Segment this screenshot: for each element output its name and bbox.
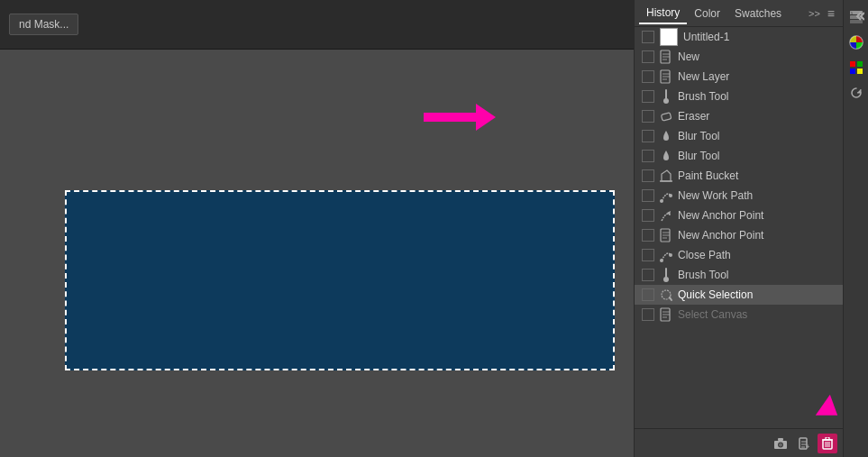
svg-rect-49 — [850, 61, 855, 67]
history-item-checkbox[interactable] — [642, 229, 654, 242]
history-item-checkbox[interactable] — [642, 189, 654, 202]
history-item[interactable]: Brush Tool — [635, 265, 843, 285]
history-item-label: Select Canvas — [678, 308, 836, 321]
history-item[interactable]: Blur Tool — [635, 146, 843, 166]
trash-arrow-annotation — [821, 398, 839, 423]
history-item-checkbox[interactable] — [642, 110, 654, 123]
svg-point-12 — [660, 199, 663, 203]
tab-color[interactable]: Color — [687, 4, 727, 23]
canvas-area — [0, 50, 670, 457]
tabs-more-button[interactable]: >> — [805, 8, 824, 19]
history-item[interactable]: Select Canvas — [635, 305, 843, 324]
history-item-label: New Anchor Point — [678, 229, 836, 242]
history-item[interactable]: Paint Bucket — [635, 166, 843, 186]
history-item[interactable]: Blur Tool — [635, 126, 843, 146]
svg-text:+: + — [806, 443, 809, 450]
history-item-checkbox[interactable] — [642, 31, 654, 43]
history-item-label: Untitled-1 — [683, 31, 836, 43]
history-item-checkbox[interactable] — [642, 249, 654, 261]
svg-point-9 — [663, 98, 669, 104]
history-item-checkbox[interactable] — [642, 308, 654, 321]
svg-rect-51 — [850, 69, 855, 74]
history-item-label: Brush Tool — [678, 269, 836, 281]
history-item-label: Blur Tool — [678, 130, 836, 142]
history-item-checkbox[interactable] — [642, 269, 654, 281]
history-item-label: Quick Selection — [678, 288, 836, 301]
svg-point-19 — [660, 259, 663, 262]
collapse-panel-button[interactable] — [850, 7, 868, 25]
history-item-label: New Layer — [678, 70, 836, 83]
history-item-checkbox[interactable] — [642, 288, 654, 301]
svg-point-20 — [669, 253, 672, 257]
history-item-checkbox[interactable] — [642, 150, 654, 162]
svg-rect-40 — [826, 437, 829, 440]
history-item-checkbox[interactable] — [642, 209, 654, 222]
history-item[interactable]: New Anchor Point — [635, 206, 843, 225]
history-item[interactable]: New Work Path — [635, 186, 843, 206]
panel-main: History Color Swatches >> ≡ Untitled-1Ne… — [634, 0, 843, 457]
history-item-label: Blur Tool — [678, 150, 836, 162]
rotate-icon[interactable] — [846, 83, 866, 103]
right-panel: History Color Swatches >> ≡ Untitled-1Ne… — [634, 0, 868, 457]
panel-tabs: History Color Swatches >> ≡ — [635, 0, 843, 27]
history-item-checkbox[interactable] — [642, 50, 654, 63]
color-wheel-icon[interactable] — [846, 32, 866, 52]
panel-menu-button[interactable]: ≡ — [824, 6, 838, 21]
history-item[interactable]: New Anchor Point — [635, 225, 843, 245]
svg-rect-52 — [857, 69, 863, 74]
history-item[interactable]: New Layer — [635, 67, 843, 87]
history-item-label: Close Path — [678, 249, 836, 261]
history-item-checkbox[interactable] — [642, 169, 654, 182]
new-state-button[interactable]: + — [794, 434, 814, 453]
svg-rect-50 — [857, 61, 863, 67]
delete-state-button[interactable] — [818, 434, 837, 453]
svg-point-31 — [779, 443, 782, 446]
svg-line-24 — [670, 297, 672, 300]
history-item-label: New Work Path — [678, 189, 836, 202]
svg-point-13 — [669, 194, 672, 197]
history-item-label: New — [678, 50, 836, 63]
history-item-checkbox[interactable] — [642, 70, 654, 83]
arrow-annotation — [424, 104, 496, 133]
history-item-checkbox[interactable] — [642, 130, 654, 142]
history-item-label: New Anchor Point — [678, 209, 836, 222]
panel-bottom: + — [635, 428, 843, 457]
history-item-checkbox[interactable] — [642, 90, 654, 103]
mask-button[interactable]: nd Mask... — [9, 14, 78, 35]
arrow-right-icon — [424, 104, 496, 131]
side-icon-strip: 5 — [843, 0, 868, 457]
canvas — [65, 190, 615, 370]
history-item[interactable]: Brush Tool — [635, 87, 843, 106]
svg-point-22 — [663, 277, 669, 282]
svg-rect-10 — [661, 113, 671, 121]
history-item-label: Eraser — [678, 110, 836, 123]
snapshot-button[interactable] — [771, 434, 790, 453]
swatches-grid-icon[interactable] — [846, 58, 866, 78]
tab-swatches[interactable]: Swatches — [727, 4, 789, 23]
history-item[interactable]: Close Path — [635, 245, 843, 265]
history-item[interactable]: New — [635, 47, 843, 67]
history-item-label: Brush Tool — [678, 90, 836, 103]
history-list: Untitled-1NewNew LayerBrush ToolEraserBl… — [635, 27, 843, 428]
history-item[interactable]: Eraser — [635, 106, 843, 126]
history-item-label: Paint Bucket — [678, 169, 836, 182]
history-item[interactable]: Quick Selection — [635, 285, 843, 305]
tab-history[interactable]: History — [639, 3, 687, 24]
svg-rect-32 — [778, 438, 783, 441]
history-item[interactable]: Untitled-1 — [635, 27, 843, 47]
